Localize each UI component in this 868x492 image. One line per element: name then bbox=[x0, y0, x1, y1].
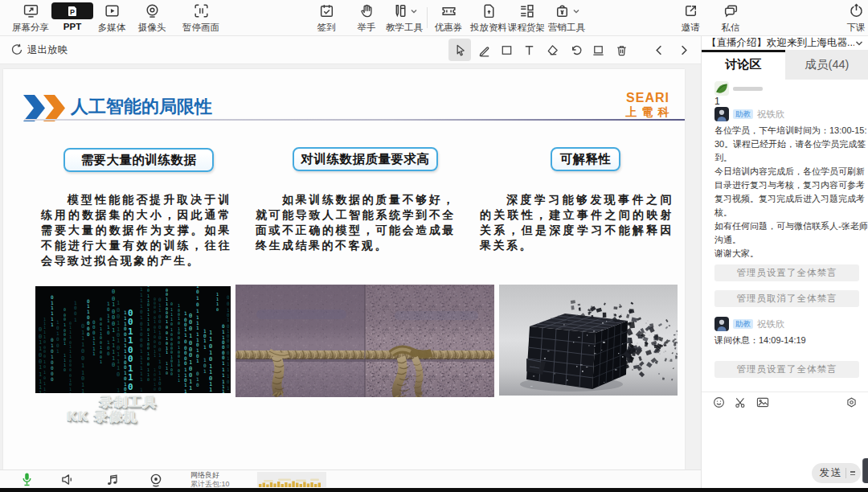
packet-loss-text: 累计丢包:10 bbox=[190, 480, 230, 489]
bottom-black-strip bbox=[0, 488, 868, 492]
svg-text:101001: 101001 bbox=[56, 319, 59, 354]
svg-text:1110: 1110 bbox=[63, 353, 66, 372]
speaker-icon bbox=[60, 473, 76, 486]
end-class-button[interactable]: 下课 bbox=[827, 2, 868, 34]
svg-text:P: P bbox=[70, 7, 75, 15]
main-toolbar: 屏幕分享 P PPT 多媒体 摄像头 暂停画面 bbox=[0, 0, 868, 36]
marketing-tools-button[interactable]: 营销工具 bbox=[538, 2, 596, 34]
message-text: 1 bbox=[714, 96, 868, 107]
svg-text:0110000: 0110000 bbox=[87, 298, 90, 337]
svg-text:0011001001: 0011001001 bbox=[100, 317, 102, 364]
speaker-button[interactable] bbox=[59, 472, 76, 487]
svg-text:100110101110: 100110101110 bbox=[117, 300, 120, 378]
webcam-icon bbox=[149, 473, 163, 487]
seari-logo-subtext: 上電科 bbox=[616, 105, 680, 120]
rope-image bbox=[235, 285, 494, 397]
svg-text:0010001: 0010001 bbox=[112, 289, 115, 334]
title-chevrons-icon bbox=[23, 95, 65, 121]
avatar bbox=[714, 317, 729, 331]
rectangle-tool-button[interactable] bbox=[495, 39, 518, 61]
matrix-code-image: 0011001111110110001111110000101011001010… bbox=[35, 286, 231, 393]
heading-box-2: 对训练数据质量要求高 bbox=[293, 147, 438, 171]
undo-button[interactable] bbox=[564, 39, 587, 61]
presentation-canvas: 人工智能的局限性 SEARI 上電科 需要大量的训练数据 对训练数据质量要求高 … bbox=[0, 64, 701, 469]
matrix-image: 0011001111110110001111110000101011001010… bbox=[35, 286, 231, 393]
svg-text:1001001: 1001001 bbox=[117, 387, 120, 393]
text-tool-button[interactable] bbox=[518, 39, 540, 61]
presenter-bar: 退出放映 bbox=[0, 36, 701, 64]
svg-text:110: 110 bbox=[147, 367, 149, 382]
send-button-divider bbox=[845, 468, 846, 478]
svg-text:11110: 11110 bbox=[112, 336, 115, 368]
rope-fray-image bbox=[235, 285, 494, 397]
pen-tool-button[interactable] bbox=[473, 39, 495, 61]
svg-text:1110: 1110 bbox=[216, 292, 219, 312]
edge-widget[interactable] bbox=[862, 458, 868, 483]
emoji-button[interactable] bbox=[713, 396, 725, 408]
webcam-button[interactable] bbox=[147, 472, 165, 487]
status-bar: 网络良好 累计丢包:10 bbox=[0, 469, 701, 488]
board-tool-button[interactable] bbox=[587, 39, 609, 61]
svg-text:101010: 101010 bbox=[140, 387, 143, 393]
pen-icon bbox=[477, 43, 491, 57]
cut-button[interactable] bbox=[735, 396, 747, 408]
text-icon bbox=[522, 43, 536, 57]
svg-text:10011000001101101: 10011000001101101 bbox=[184, 310, 187, 393]
tab-members[interactable]: 成员(44) bbox=[785, 50, 868, 80]
svg-text:01100010001101100: 01100010001101100 bbox=[158, 297, 162, 392]
column-body-2: 如果训练数据的质量不够好，就可能导致人工智能系统学到不全面或不正确的模型，可能会… bbox=[256, 192, 456, 253]
clear-annotations-button[interactable] bbox=[610, 39, 633, 61]
tab-discussion[interactable]: 讨论区 bbox=[702, 50, 785, 80]
chevron-down-icon bbox=[572, 7, 580, 15]
heading-box-3: 可解释性 bbox=[551, 147, 620, 171]
svg-text:11111000010101100: 11111000010101100 bbox=[43, 317, 46, 393]
user-name: 祝铁欣 bbox=[757, 318, 785, 330]
previous-slide-button[interactable] bbox=[648, 39, 670, 61]
next-slide-button[interactable] bbox=[672, 39, 694, 61]
send-options-icon bbox=[850, 471, 855, 475]
assistant-badge: 助教 bbox=[733, 319, 753, 329]
slide-title: 人工智能的局限性 bbox=[71, 95, 212, 119]
chat-message: 1 bbox=[714, 81, 861, 107]
svg-text:011100110111: 011100110111 bbox=[81, 323, 84, 393]
pause-screen-button[interactable]: 暂停画面 bbox=[172, 2, 230, 34]
send-button[interactable]: 发送 bbox=[812, 463, 861, 483]
microphone-button[interactable] bbox=[18, 472, 35, 487]
image-icon bbox=[756, 396, 769, 408]
live-room-title-bar[interactable]: 【直播介绍】欢迎来到上海电器... bbox=[702, 36, 868, 50]
send-row: 发送 bbox=[702, 463, 868, 486]
svg-text:11110101000111111: 11110101000111111 bbox=[140, 286, 143, 382]
rectangle-icon bbox=[500, 43, 514, 57]
select-tool-button[interactable] bbox=[448, 39, 471, 61]
system-message: 管理员设置了全体禁言 bbox=[714, 264, 859, 281]
svg-text:00110001001011: 00110001001011 bbox=[166, 288, 168, 355]
eraser-tool-button[interactable] bbox=[541, 39, 563, 61]
heading-box-1: 需要大量的训练数据 bbox=[63, 148, 214, 172]
shattering-cube-image bbox=[499, 285, 678, 396]
music-button[interactable] bbox=[103, 472, 121, 487]
chat-message-input[interactable] bbox=[702, 412, 868, 465]
eraser-icon bbox=[546, 43, 559, 57]
private-message-button[interactable]: 私信 bbox=[702, 2, 760, 34]
svg-text:01110111000010111: 01110111000010111 bbox=[69, 321, 72, 393]
exit-presentation-button[interactable]: 退出放映 bbox=[10, 36, 68, 64]
pause-screen-icon bbox=[172, 2, 230, 19]
chevron-down-icon bbox=[410, 7, 418, 15]
chevron-down-icon bbox=[854, 39, 864, 48]
marketing-tools-icon bbox=[538, 2, 596, 19]
chat-input-toolbar bbox=[702, 392, 868, 412]
chat-message-list[interactable]: 1助教祝铁欣各位学员，下午培训时间为：13:00-15:30。课程已经开始，请各… bbox=[702, 80, 868, 392]
chat-settings-button[interactable] bbox=[845, 396, 858, 408]
music-note-icon bbox=[105, 473, 119, 486]
svg-text:010: 010 bbox=[196, 371, 199, 387]
whiteboard-icon bbox=[592, 43, 605, 57]
image-button[interactable] bbox=[756, 396, 769, 408]
pause-screen-label: 暂停画面 bbox=[172, 22, 230, 34]
svg-text:011111: 011111 bbox=[51, 294, 54, 327]
chat-input-zone: 发送 bbox=[702, 392, 868, 488]
live-class-window: 屏幕分享 P PPT 多媒体 摄像头 暂停画面 bbox=[0, 0, 868, 492]
trash-icon bbox=[615, 43, 628, 57]
chat-message: 助教祝铁欣各位学员，下午培训时间为：13:00-15:30。课程已经开始，请各位… bbox=[714, 107, 861, 260]
svg-text:101110: 101110 bbox=[107, 301, 110, 335]
user-name: 祝铁欣 bbox=[757, 109, 785, 121]
